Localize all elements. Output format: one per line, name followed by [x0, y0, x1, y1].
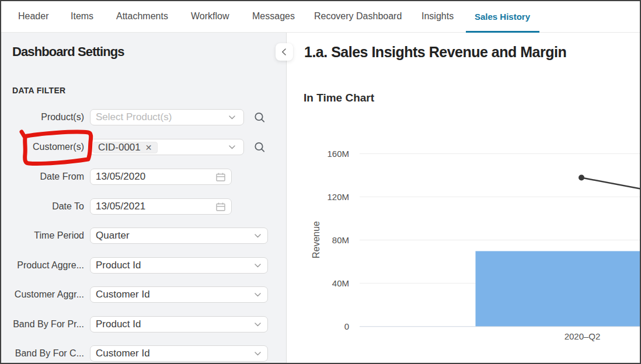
svg-text:0: 0 [344, 321, 349, 331]
svg-text:80M: 80M [332, 235, 349, 245]
svg-text:Revenue: Revenue [311, 221, 321, 258]
svg-text:40M: 40M [332, 278, 349, 288]
svg-text:2020–Q2: 2020–Q2 [565, 331, 601, 341]
svg-text:120M: 120M [327, 192, 349, 202]
svg-text:160M: 160M [327, 149, 349, 159]
